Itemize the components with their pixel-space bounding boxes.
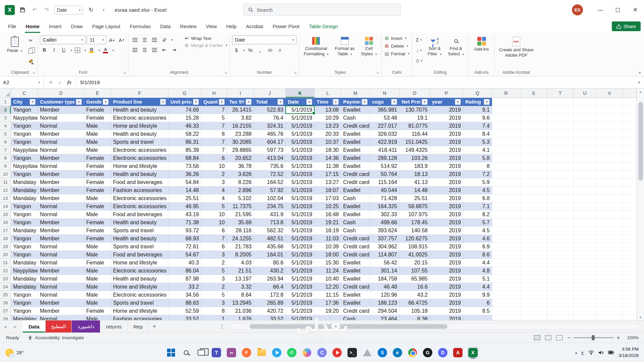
cell-K26[interactable]: 5/1/2019	[286, 299, 315, 307]
cell-K23[interactable]: 5/1/2019	[286, 275, 315, 283]
cell-N6[interactable]: 422.919	[370, 138, 399, 146]
cell-C6[interactable]: Yangon	[11, 138, 38, 146]
cell-C19[interactable]: Yangon	[11, 243, 38, 251]
underline-button[interactable]: U	[59, 46, 68, 54]
cell-E6[interactable]: Male	[84, 138, 111, 146]
cell-R7[interactable]	[492, 146, 520, 154]
cell-N23[interactable]: 184.758	[370, 275, 399, 283]
column-header-K[interactable]: K	[286, 88, 315, 98]
cell-C25[interactable]: Yangon	[11, 291, 38, 299]
increase-indent-icon[interactable]: ⇥	[170, 46, 178, 54]
cell-E12[interactable]: Female	[84, 186, 111, 194]
cell-O9[interactable]: 183.9	[399, 162, 430, 170]
cell-I12[interactable]: 2.896	[227, 186, 254, 194]
cell-x3[interactable]	[623, 114, 637, 122]
cell-J21[interactable]: 80.6	[254, 259, 286, 267]
cell-O14[interactable]: 58.6875	[399, 202, 430, 210]
cell-G22[interactable]: 86.04	[168, 267, 201, 275]
customize-qat-button[interactable]: ▾	[99, 6, 107, 14]
cell-F23[interactable]: Health and beauty	[111, 275, 168, 283]
cell-U5[interactable]	[574, 130, 596, 138]
cell-O20[interactable]: 41.0025	[399, 251, 430, 259]
cell-S26[interactable]	[520, 299, 547, 307]
zoom-slider[interactable]	[574, 337, 614, 338]
column-header-P[interactable]: P	[430, 88, 463, 98]
cell-P14[interactable]: 2019	[430, 202, 463, 210]
cell-U14[interactable]	[574, 202, 596, 210]
cell-J17[interactable]: 562.32	[254, 227, 286, 235]
row-number-26[interactable]: 26	[0, 299, 11, 307]
cell-H7[interactable]: 7	[201, 146, 227, 154]
cell-D6[interactable]: Normal	[38, 138, 84, 146]
column-header-J[interactable]: J	[254, 88, 286, 98]
cell-P7[interactable]: 2019	[430, 146, 463, 154]
cell-T24[interactable]	[547, 283, 574, 291]
cell-S18[interactable]	[520, 235, 547, 243]
row-number-19[interactable]: 19	[0, 243, 11, 251]
cell-D26[interactable]: Member	[38, 299, 84, 307]
cell-V13[interactable]	[596, 194, 623, 202]
number-dialog-launcher[interactable]: ↘	[294, 71, 297, 74]
cell-N13[interactable]: 71.428	[370, 194, 399, 202]
header-cell-year[interactable]: year▾	[430, 98, 463, 106]
sheet-nav-right-icon[interactable]: ▸	[10, 320, 20, 333]
cell-G2[interactable]: 74.69	[168, 106, 201, 114]
cell-M26[interactable]: Ewallet	[341, 299, 370, 307]
cell-G23[interactable]: 87.98	[168, 275, 201, 283]
cell-F13[interactable]: Electronic accessories	[111, 194, 168, 202]
cell-N2[interactable]: 365.981	[370, 106, 399, 114]
cell-G19[interactable]: 72.61	[168, 243, 201, 251]
filter-button-total[interactable]: ▾	[277, 99, 283, 105]
cell-U11[interactable]	[574, 178, 596, 186]
taskbar-app-github[interactable]: G	[422, 346, 434, 359]
format-cells-button[interactable]: ▤ Format▾	[384, 51, 410, 56]
cell-C20[interactable]: Yangon	[11, 251, 38, 259]
cell-L9[interactable]: 11:38	[315, 162, 341, 170]
sheet-nav-left-icon[interactable]: ◂	[0, 320, 10, 333]
zoom-slider-thumb[interactable]	[592, 335, 595, 340]
cell-Q14[interactable]: 7.1	[463, 202, 492, 210]
cell-K5[interactable]: 5/1/2019	[286, 130, 315, 138]
cell-P19[interactable]: 2019	[430, 243, 463, 251]
cell-P23[interactable]: 2019	[430, 275, 463, 283]
cell-L12[interactable]: 18:07	[315, 186, 341, 194]
cell-R5[interactable]	[492, 130, 520, 138]
align-top-icon[interactable]	[131, 36, 139, 44]
cell-L3[interactable]: 10:29	[315, 114, 341, 122]
cell-F20[interactable]: Food and beverages	[111, 251, 168, 259]
cell-M12[interactable]: Ewallet	[341, 186, 370, 194]
ribbon-tab-draw[interactable]: Draw	[66, 20, 87, 33]
cell-N3[interactable]: 53.48	[370, 114, 399, 122]
cell-Q6[interactable]: 5.3	[463, 138, 492, 146]
cell-K9[interactable]: 5/1/2019	[286, 162, 315, 170]
cell-H16[interactable]: 10	[201, 219, 227, 227]
cell-N16[interactable]: 499.66	[370, 219, 399, 227]
cell-F26[interactable]: Sports and travel	[111, 299, 168, 307]
sort-filter-button[interactable]: AZ Sort &Filter ▾	[426, 36, 443, 58]
cell-Q23[interactable]: 5.1	[463, 275, 492, 283]
row-number-17[interactable]: 17	[0, 227, 11, 235]
cell-N5[interactable]: 326.032	[370, 130, 399, 138]
cell-C18[interactable]: Yangon	[11, 235, 38, 243]
cell-F27[interactable]: Home and lifestyle	[111, 307, 168, 315]
cell-V10[interactable]	[596, 170, 623, 178]
sheet-tab-المطبخ[interactable]: المطبخ	[46, 320, 72, 333]
cell-J8[interactable]: 413.04	[254, 154, 286, 162]
cell-K27[interactable]: 5/1/2019	[286, 307, 315, 315]
cell-U10[interactable]	[574, 170, 596, 178]
cell-I9[interactable]: 36.78	[227, 162, 254, 170]
cell-K17[interactable]: 5/1/2019	[286, 227, 315, 235]
filter-button-unit-price[interactable]: ▾	[193, 99, 199, 105]
close-button[interactable]: ✕	[627, 0, 644, 20]
cell-T16[interactable]	[547, 219, 574, 227]
cell-U24[interactable]	[574, 283, 596, 291]
cell-N28[interactable]: 23.464	[370, 315, 399, 320]
cell-C7[interactable]: Naypyitaw	[11, 146, 38, 154]
cell-O2[interactable]: 130.7075	[399, 106, 430, 114]
cell-G15[interactable]: 43.19	[168, 210, 201, 219]
row-number-12[interactable]: 12	[0, 186, 11, 194]
cell-F24[interactable]: Home and lifestyle	[111, 283, 168, 291]
cell-S10[interactable]	[520, 170, 547, 178]
cell-T11[interactable]	[547, 178, 574, 186]
cell-D10[interactable]: Member	[38, 170, 84, 178]
